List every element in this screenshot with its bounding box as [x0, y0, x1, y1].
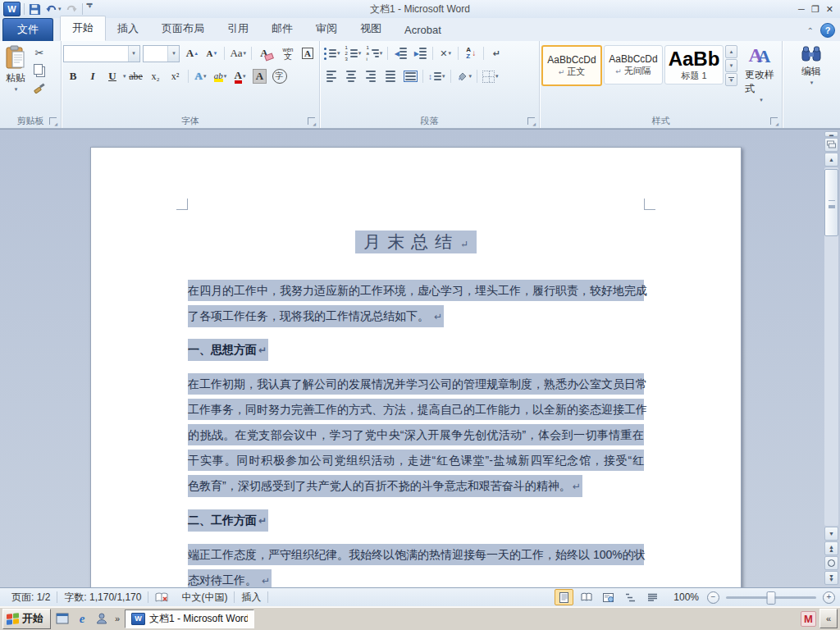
view-fullscreen-reading-button[interactable] — [577, 589, 596, 605]
word-logo-icon[interactable]: W — [3, 2, 21, 16]
document-heading[interactable]: 一、思想方面↵ — [188, 339, 268, 360]
start-button[interactable]: 开始 — [2, 609, 51, 629]
view-print-layout-button[interactable] — [555, 589, 573, 605]
close-button[interactable]: ✕ — [826, 4, 833, 15]
tab-page-layout[interactable]: 页面布局 — [150, 17, 216, 41]
language-indicator[interactable]: 中文(中国) — [175, 591, 234, 605]
scroll-up-button[interactable]: ▲ — [824, 153, 838, 167]
zoom-in-button[interactable]: + — [823, 591, 835, 604]
phonetic-guide-button[interactable]: wén文 — [278, 44, 298, 62]
zoom-level[interactable]: 100% — [673, 591, 699, 603]
copy-button[interactable] — [31, 62, 48, 78]
previous-page-button[interactable]: ▲▲ — [824, 541, 838, 555]
font-size-select[interactable]: ▾ — [143, 45, 180, 62]
bullets-button[interactable]: ▾ — [322, 44, 343, 62]
cut-button[interactable]: ✂ — [31, 45, 48, 61]
gallery-scroll-up-button[interactable]: ▲ — [725, 45, 737, 58]
enclose-characters-button[interactable]: 字 — [270, 67, 290, 85]
zoom-slider-track[interactable] — [726, 596, 816, 599]
document-page[interactable]: 月末总结↵ 在四月的工作中，我努力适应新的工作环境，虚心学习，埋头工作，履行职责… — [90, 147, 742, 587]
zoom-out-button[interactable]: − — [707, 591, 719, 604]
bold-button[interactable]: B — [63, 67, 83, 85]
paste-button[interactable]: 粘贴 ▾ — [2, 43, 30, 94]
align-right-button[interactable] — [361, 67, 381, 85]
collapse-ribbon-button[interactable]: ⌃ — [807, 26, 814, 35]
subscript-button[interactable]: x₂ — [146, 67, 166, 85]
align-center-button[interactable] — [341, 67, 361, 85]
document-line[interactable]: 态对待工作。 ↵ — [188, 569, 272, 587]
scroll-down-button[interactable]: ▼ — [824, 527, 838, 541]
tab-review[interactable]: 审阅 — [304, 17, 349, 41]
scrollbar-track[interactable] — [824, 167, 838, 526]
gallery-scroll-down-button[interactable]: ▼ — [725, 59, 737, 72]
document-line[interactable]: 工作事务，同时努力完善工作的方式、方法，提高自己的工作能力，以全新的姿态迎接工作 — [188, 399, 644, 420]
format-painter-button[interactable] — [31, 80, 48, 95]
proofing-status[interactable] — [148, 592, 175, 603]
grow-font-button[interactable]: A▲ — [182, 44, 202, 62]
style-heading1[interactable]: AaBb 标题 1 — [664, 45, 724, 84]
character-border-button[interactable]: A — [298, 44, 317, 62]
increase-indent-button[interactable]: ▶ — [410, 44, 430, 62]
quick-launch-overflow-button[interactable]: » — [113, 614, 121, 623]
tab-home[interactable]: 开始 — [60, 16, 106, 41]
internet-explorer-icon[interactable]: e — [74, 610, 90, 627]
minimize-button[interactable]: ─ — [798, 4, 805, 15]
document-line[interactable]: 了各项工作任务，现将我的工作情况总结如下。 ↵ — [188, 305, 444, 326]
tab-mailings[interactable]: 邮件 — [260, 17, 304, 41]
zoom-slider-thumb[interactable] — [767, 591, 776, 605]
style-no-spacing[interactable]: AaBbCcDd ↵ 无间隔 — [604, 45, 663, 84]
clipboard-dialog-launcher[interactable] — [49, 117, 57, 125]
document-line[interactable]: 色教育”，深切感受到了共产党人的百折不挠的斗争意志和艰苦奋斗的精神。↵ — [188, 475, 582, 496]
line-spacing-button[interactable]: ↕▾ — [426, 67, 448, 85]
gallery-expand-button[interactable]: ▼ — [725, 73, 737, 86]
restore-button[interactable]: ❐ — [811, 4, 819, 15]
italic-button[interactable]: I — [83, 67, 103, 85]
change-styles-button[interactable]: AA 更改样式 ▾ — [742, 43, 780, 105]
scrollbar-thumb[interactable] — [824, 169, 838, 236]
text-effects-button[interactable]: A▾ — [191, 67, 211, 85]
view-web-layout-button[interactable] — [599, 589, 618, 605]
customize-qat-button[interactable]: ▬▾ — [86, 2, 94, 16]
tab-references[interactable]: 引用 — [216, 17, 260, 41]
tab-acrobat[interactable]: Acrobat — [393, 20, 453, 41]
font-color-button[interactable]: A▾ — [231, 67, 250, 85]
next-page-button[interactable]: ▼▼ — [824, 571, 838, 585]
text-highlight-button[interactable]: ab▾ — [211, 67, 231, 85]
input-method-tray-icon[interactable]: M — [801, 611, 816, 627]
ruler-toggle-button[interactable] — [824, 138, 838, 152]
document-title-line[interactable]: 月末总结↵ — [91, 230, 741, 254]
undo-button[interactable]: ▾ — [44, 2, 62, 16]
insert-mode-indicator[interactable]: 插入 — [235, 591, 267, 605]
show-hide-marks-button[interactable]: ↵ — [486, 44, 506, 62]
word-count[interactable]: 字数: 1,170/1,170 — [57, 591, 148, 605]
vertical-scrollbar[interactable]: ▬ ▲ ▼ ▲▲ ▼▼ — [824, 131, 838, 586]
document-line[interactable]: 在工作初期，我认真了解公司的发展情况并学习公司的管理规章制度，熟悉办公室文员日常 — [188, 373, 644, 395]
paragraph-dialog-launcher[interactable] — [527, 117, 535, 125]
character-shading-button[interactable]: A — [250, 67, 270, 85]
tray-collapse-button[interactable]: « — [819, 609, 838, 628]
split-handle[interactable]: ▬ — [824, 131, 838, 137]
document-line[interactable]: 干实事。同时积极参加公司党组织活动，走进“红色课堂”-盐城新四军纪念馆，接受“红 — [188, 450, 644, 471]
sort-button[interactable]: AZ ↓ — [461, 44, 481, 62]
tab-view[interactable]: 视图 — [349, 17, 393, 41]
numbering-button[interactable]: 123 ▾ — [343, 44, 364, 62]
shading-button[interactable]: ▾ — [454, 67, 475, 85]
messenger-icon[interactable] — [94, 610, 110, 627]
distributed-button[interactable] — [400, 67, 420, 85]
font-name-select[interactable]: ▾ — [63, 45, 140, 62]
underline-button[interactable]: U — [103, 67, 122, 85]
change-case-button[interactable]: Aa▾ — [227, 44, 249, 62]
font-dialog-launcher[interactable] — [308, 117, 315, 125]
select-browse-object-button[interactable] — [824, 556, 838, 570]
help-button[interactable]: ? — [820, 23, 835, 38]
decrease-indent-button[interactable]: ◀ — [390, 44, 410, 62]
editing-button[interactable]: 编辑 ▾ — [798, 43, 824, 88]
borders-button[interactable]: ▾ — [480, 67, 501, 85]
style-normal[interactable]: AaBbCcDd ↵ 正文 — [541, 45, 602, 86]
view-draft-button[interactable] — [643, 589, 662, 605]
page-indicator[interactable]: 页面: 1/2 — [5, 591, 57, 605]
save-button[interactable] — [28, 2, 42, 16]
superscript-button[interactable]: x² — [166, 67, 185, 85]
document-heading[interactable]: 二、工作方面↵ — [188, 509, 268, 531]
quick-launch-window-icon[interactable] — [54, 610, 71, 627]
